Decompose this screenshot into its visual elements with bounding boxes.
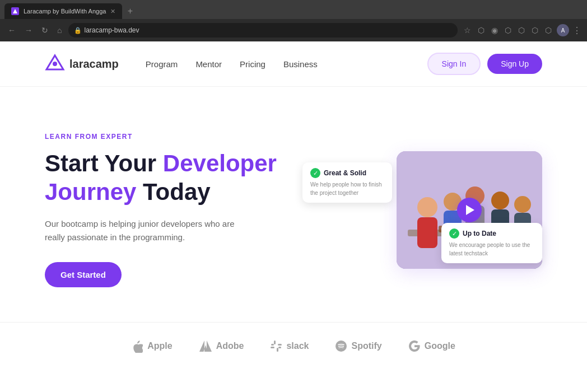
google-icon (409, 340, 420, 352)
new-tab-button[interactable]: + (122, 3, 138, 19)
svg-point-2 (53, 62, 57, 66)
tab-bar: Laracamp by BuildWith Angga ✕ + (0, 0, 587, 19)
forward-button[interactable]: → (22, 24, 35, 37)
brand-spotify: Spotify (336, 340, 381, 352)
extension-icon-5[interactable]: ⬡ (530, 24, 540, 36)
card-great-title: Great & Solid (324, 169, 366, 177)
extension-icon-3[interactable]: ⬡ (503, 24, 513, 36)
page-wrapper: Laracamp by BuildWith Angga ✕ + ← → ↻ ⌂ … (0, 0, 587, 392)
brands-section: Apple Adobe (0, 322, 587, 375)
extension-icon-6[interactable]: ⬡ (543, 24, 553, 36)
back-button[interactable]: ← (6, 24, 18, 37)
hero-title: Start Your Developer Journey Today (45, 150, 291, 206)
svg-rect-23 (271, 344, 274, 346)
browser-actions: ☆ ⬡ ◉ ⬡ ⬡ ⬡ ⬡ A ⋮ (462, 24, 581, 36)
logo-icon (45, 54, 65, 74)
hero-title-plain: Start Your (45, 150, 163, 176)
extension-icon-4[interactable]: ⬡ (516, 24, 527, 36)
nav-link-mentor[interactable]: Mentor (195, 59, 222, 69)
card-great-desc: We help people how to finish the project… (310, 180, 384, 197)
brand-adobe: Adobe (199, 340, 244, 352)
adobe-icon (199, 340, 212, 352)
play-button[interactable] (457, 198, 482, 222)
svg-rect-22 (271, 347, 274, 348)
slack-label: slack (286, 341, 309, 351)
bookmark-icon[interactable]: ☆ (462, 24, 473, 36)
card-great-solid: ✓ Great & Solid We help people how to fi… (302, 162, 392, 203)
hero-section: LEARN FROM EXPERT Start Your Developer J… (0, 87, 587, 322)
lock-icon: 🔒 (74, 27, 82, 34)
tab-close-button[interactable]: ✕ (110, 8, 115, 15)
google-label: Google (425, 341, 455, 351)
nav-link-pricing[interactable]: Pricing (240, 59, 265, 69)
tab-favicon (11, 7, 19, 15)
card-uptodate-title: Up to Date (463, 230, 496, 237)
navbar: laracamp Program Mentor Pricing Business… (0, 41, 587, 87)
card-great-header: ✓ Great & Solid (310, 168, 384, 178)
spotify-icon (336, 340, 347, 352)
brand-google: Google (409, 340, 455, 352)
svg-rect-21 (278, 344, 282, 346)
benefits-section: OUR SUPER BENEFITS Learn Faster & Better (0, 375, 587, 392)
home-button[interactable]: ⌂ (55, 24, 64, 37)
card-uptodate-header: ✓ Up to Date (449, 228, 534, 239)
nav-actions: Sign In Sign Up (427, 53, 542, 75)
signin-button[interactable]: Sign In (427, 53, 481, 75)
extension-icon-1[interactable]: ⬡ (476, 24, 486, 36)
spotify-label: Spotify (351, 341, 381, 351)
nav-link-program[interactable]: Program (146, 59, 178, 69)
brand-slack: slack (271, 340, 309, 352)
apple-icon (132, 339, 143, 353)
hero-description: Our bootcamp is helping junior developer… (45, 217, 246, 244)
svg-point-11 (491, 192, 509, 209)
adobe-label: Adobe (216, 341, 244, 351)
hero-title-end: Today (136, 179, 210, 205)
logo-text: laracamp (69, 58, 119, 71)
hero-left: LEARN FROM EXPERT Start Your Developer J… (45, 133, 291, 287)
card-up-to-date: ✓ Up to Date We encourage people to use … (441, 223, 542, 263)
refresh-button[interactable]: ↻ (39, 24, 50, 37)
nav-link-business[interactable]: Business (283, 59, 318, 69)
svg-point-5 (417, 197, 437, 217)
website-content: laracamp Program Mentor Pricing Business… (0, 41, 587, 392)
svg-rect-26 (277, 348, 278, 351)
nav-links: Program Mentor Pricing Business (146, 59, 318, 69)
brand-apple: Apple (132, 339, 172, 353)
svg-rect-24 (278, 347, 281, 348)
get-started-button[interactable]: Get Started (45, 262, 122, 287)
svg-rect-6 (417, 217, 437, 248)
svg-point-13 (514, 196, 531, 213)
card-uptodate-desc: We encourage people to use the latest te… (449, 241, 534, 258)
signup-button[interactable]: Sign Up (487, 54, 542, 74)
address-bar: ← → ↻ ⌂ 🔒 ☆ ⬡ ◉ ⬡ ⬡ ⬡ ⬡ A ⋮ (0, 19, 587, 41)
hero-label: LEARN FROM EXPERT (45, 133, 291, 141)
browser-menu-button[interactable]: ⋮ (572, 25, 581, 36)
browser-tab[interactable]: Laracamp by BuildWith Angga ✕ (4, 3, 122, 19)
slack-icon (271, 340, 282, 352)
svg-rect-25 (274, 341, 276, 344)
apple-label: Apple (147, 341, 172, 351)
great-check-icon: ✓ (310, 168, 320, 178)
address-input[interactable] (68, 23, 458, 38)
logo-link[interactable]: laracamp (45, 54, 119, 74)
address-wrapper: 🔒 (68, 23, 458, 38)
svg-marker-0 (13, 9, 17, 13)
uptodate-check-icon: ✓ (449, 228, 459, 239)
tab-title: Laracamp by BuildWith Angga (24, 8, 106, 15)
profile-button[interactable]: A (557, 24, 569, 36)
hero-right: ✓ Great & Solid We help people how to fi… (291, 151, 542, 269)
extension-icon-2[interactable]: ◉ (490, 24, 500, 36)
